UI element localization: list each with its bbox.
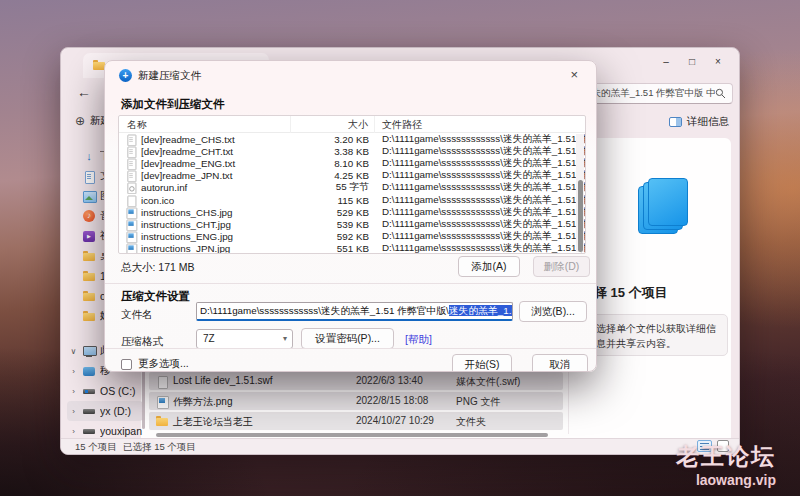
table-row[interactable]: [dev]readme_ENG.txt 8.10 KB D:\1111game\… bbox=[119, 157, 585, 169]
sidebar-item-label: youxipan (E:) bbox=[100, 425, 143, 437]
row-file-path: D:\1111game\ssssssssssss\迷失的羔羊_1.51 作... bbox=[375, 194, 585, 207]
chevron-icon[interactable]: › bbox=[69, 367, 78, 376]
maximize-button[interactable]: □ bbox=[679, 52, 705, 72]
txt-icon bbox=[125, 158, 138, 170]
picture-icon bbox=[82, 190, 96, 203]
row-file-size: 3.20 KB bbox=[291, 134, 375, 145]
back-button[interactable]: ← bbox=[77, 84, 91, 100]
format-value: 7Z bbox=[203, 333, 215, 344]
desktop-wallpaper: 迷失的羔羊_1.51 作弊官中版 × + – □ × ← 在 迷失的羔羊_1.5… bbox=[0, 0, 800, 496]
chevron-icon[interactable]: › bbox=[69, 387, 78, 396]
column-name[interactable]: 名称 bbox=[119, 116, 291, 133]
folder-icon bbox=[82, 270, 96, 283]
inf-icon bbox=[125, 182, 138, 194]
folder-icon bbox=[82, 250, 96, 263]
chevron-icon[interactable]: ∨ bbox=[69, 347, 78, 356]
file-date: 2024/10/27 10:29 bbox=[356, 415, 434, 426]
divider bbox=[105, 283, 596, 284]
chevron-down-icon: ▾ bbox=[283, 330, 287, 348]
png-icon bbox=[155, 395, 169, 408]
dialog-title: 新建压缩文件 bbox=[138, 69, 201, 83]
table-row[interactable]: icon.ico 115 KB D:\1111game\ssssssssssss… bbox=[119, 194, 585, 206]
column-path[interactable]: 文件路径 bbox=[375, 118, 585, 132]
filename-input[interactable]: D:\1111game\ssssssssssss\迷失的羔羊_1.51 作弊官中… bbox=[196, 302, 513, 321]
document-icon bbox=[82, 170, 96, 183]
file-type: 文件夹 bbox=[456, 415, 486, 429]
folder-icon bbox=[82, 290, 96, 303]
row-file-path: D:\1111game\ssssssssssss\迷失的羔羊_1.51 作... bbox=[375, 169, 585, 182]
download-icon bbox=[82, 150, 96, 163]
total-size-label: 总大小: 171 MB bbox=[121, 261, 195, 275]
swf-icon bbox=[155, 375, 169, 388]
table-row[interactable]: instructions_CHT.jpg 539 KB D:\1111game\… bbox=[119, 218, 585, 230]
row-file-name: icon.ico bbox=[141, 195, 174, 206]
search-icon bbox=[715, 88, 726, 99]
section-archive-settings: 压缩文件设置 bbox=[121, 289, 190, 304]
dialog-close-icon[interactable]: × bbox=[566, 67, 582, 82]
file-name: Lost Life dev_1.51.swf bbox=[173, 375, 273, 386]
row-file-path: D:\1111game\ssssssssssss\迷失的羔羊_1.51 作... bbox=[375, 145, 585, 158]
txt-icon bbox=[125, 170, 138, 182]
filename-selected-text: 迷失的羔羊_1.51 作弊官中版 bbox=[449, 305, 513, 316]
row-file-name: [dev]readme_CHS.txt bbox=[141, 134, 235, 145]
selected-count: 已选择 15 个项目 bbox=[123, 441, 196, 454]
file-row[interactable]: 作弊方法.png 2022/8/15 18:08 PNG 文件 bbox=[149, 392, 563, 410]
row-file-name: [dev]readme_JPN.txt bbox=[141, 170, 232, 181]
sidebar-item[interactable]: › yx (D:) bbox=[67, 401, 143, 421]
browse-button[interactable]: 浏览(B)... bbox=[519, 301, 587, 322]
row-file-size: 3.38 KB bbox=[291, 146, 375, 157]
close-button[interactable]: × bbox=[705, 52, 731, 72]
row-file-size: 592 KB bbox=[291, 231, 375, 242]
row-file-path: D:\1111game\ssssssssssss\迷失的羔羊_1.51 作... bbox=[375, 218, 585, 231]
checkbox-icon[interactable] bbox=[121, 359, 132, 370]
video-icon bbox=[82, 230, 96, 243]
row-file-path: D:\1111game\ssssssssssss\迷失的羔羊_1.51 作... bbox=[375, 181, 585, 194]
start-button[interactable]: 开始(S) bbox=[452, 354, 512, 372]
add-button[interactable]: 添加(A) bbox=[458, 256, 520, 277]
filename-label: 文件名 bbox=[121, 308, 153, 322]
format-select[interactable]: 7Z ▾ bbox=[196, 329, 293, 349]
watermark-url: laowang.vip bbox=[676, 472, 776, 488]
sidebar-scrollbar[interactable] bbox=[142, 371, 145, 429]
status-bar: 15 个项目 已选择 15 个项目 bbox=[61, 438, 739, 454]
chevron-icon[interactable]: › bbox=[69, 427, 78, 436]
table-row[interactable]: instructions_ENG.jpg 592 KB D:\1111game\… bbox=[119, 231, 585, 243]
row-file-name: instructions_CHS.jpg bbox=[141, 207, 232, 218]
set-password-button[interactable]: 设置密码(P)... bbox=[301, 328, 394, 349]
file-type: PNG 文件 bbox=[456, 395, 500, 409]
format-label: 压缩格式 bbox=[121, 335, 163, 349]
chevron-icon[interactable]: › bbox=[69, 407, 78, 416]
column-size[interactable]: 大小 bbox=[291, 116, 375, 133]
help-link[interactable]: [帮助] bbox=[405, 333, 432, 347]
file-row[interactable]: Lost Life dev_1.51.swf 2022/6/3 13:40 媒体… bbox=[149, 372, 563, 390]
table-row[interactable]: [dev]readme_JPN.txt 4.25 KB D:\1111game\… bbox=[119, 170, 585, 182]
watermark-title: 老王论坛 bbox=[676, 441, 776, 472]
cancel-button[interactable]: 取消 bbox=[532, 354, 588, 372]
row-file-name: autorun.inf bbox=[141, 182, 187, 193]
filename-prefix: D:\1111game\ssssssssssss\迷失的羔羊_1.51 作弊官中… bbox=[200, 305, 449, 316]
row-file-path: D:\1111game\ssssssssssss\迷失的羔羊_1.51 作... bbox=[375, 242, 585, 254]
row-file-size: 4.25 KB bbox=[291, 170, 375, 181]
table-row[interactable]: instructions_JPN.jpg 551 KB D:\1111game\… bbox=[119, 243, 585, 254]
more-options-checkbox[interactable]: 更多选项... bbox=[121, 357, 189, 371]
details-pane-label: 详细信息 bbox=[687, 115, 729, 129]
details-pane-toggle[interactable]: 详细信息 bbox=[669, 115, 729, 129]
folder-icon bbox=[155, 415, 169, 428]
table-body: [dev]readme_CHS.txt 3.20 KB D:\1111game\… bbox=[119, 133, 585, 254]
row-file-name: instructions_JPN.jpg bbox=[141, 243, 230, 254]
minimize-button[interactable]: – bbox=[653, 52, 679, 72]
table-row[interactable]: autorun.inf 55 字节 D:\1111game\ssssssssss… bbox=[119, 182, 585, 194]
table-scrollbar[interactable] bbox=[576, 134, 584, 252]
table-row[interactable]: instructions_CHS.jpg 529 KB D:\1111game\… bbox=[119, 206, 585, 218]
row-file-path: D:\1111game\ssssssssssss\迷失的羔羊_1.51 作... bbox=[375, 230, 585, 243]
file-name: 作弊方法.png bbox=[173, 395, 232, 409]
file-row[interactable]: 上老王论坛当老王 2024/10/27 10:29 文件夹 bbox=[149, 412, 563, 430]
divider bbox=[105, 348, 596, 349]
table-row[interactable]: [dev]readme_CHT.txt 3.38 KB D:\1111game\… bbox=[119, 145, 585, 157]
file-date: 2022/6/3 13:40 bbox=[356, 375, 423, 386]
sidebar-item[interactable]: › OS (C:) bbox=[67, 381, 143, 401]
table-row[interactable]: [dev]readme_CHS.txt 3.20 KB D:\1111game\… bbox=[119, 133, 585, 145]
selection-preview-icon bbox=[636, 176, 692, 238]
row-file-name: instructions_ENG.jpg bbox=[141, 231, 233, 242]
horizontal-scrollbar[interactable] bbox=[156, 433, 548, 437]
